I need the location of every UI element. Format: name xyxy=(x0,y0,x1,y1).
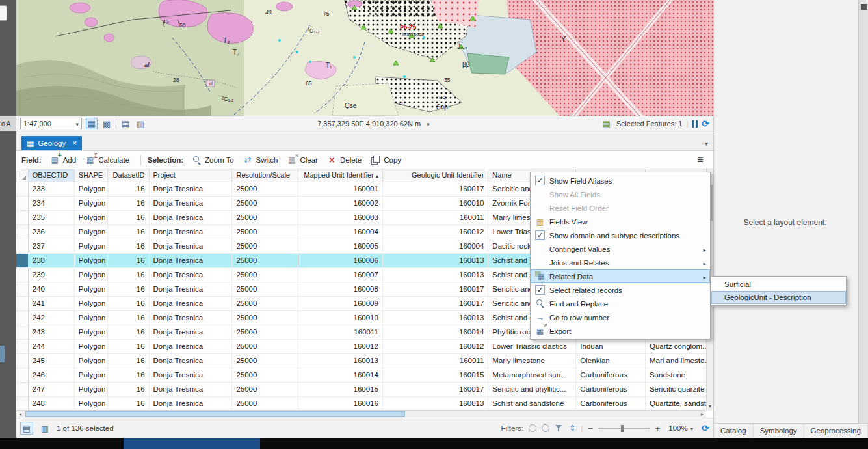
selection-zoom-to-button[interactable]: Zoom To xyxy=(187,154,239,167)
menu-item-contingent-values[interactable]: Contingent Values xyxy=(531,242,710,256)
cell[interactable]: 160012 xyxy=(382,339,488,353)
row-selector[interactable] xyxy=(16,325,28,339)
column-header-project[interactable]: Project xyxy=(149,169,232,182)
cell[interactable]: Donja Tresnica xyxy=(149,182,232,196)
cell[interactable]: Donja Tresnica xyxy=(149,196,232,210)
cell[interactable]: 233 xyxy=(28,182,74,196)
cell[interactable]: 160011 xyxy=(298,325,382,339)
cell[interactable]: Polygon xyxy=(74,368,107,382)
cell[interactable]: Polygon xyxy=(74,282,107,296)
cell[interactable]: 160013 xyxy=(382,396,488,411)
cell[interactable]: 160017 xyxy=(382,282,488,296)
cell[interactable]: 16 xyxy=(107,210,149,224)
row-selector[interactable] xyxy=(16,382,28,396)
cell[interactable]: Sericitic and phyllitic... xyxy=(488,382,576,396)
tab-geology[interactable]: Geology xyxy=(21,136,82,150)
cell[interactable]: Polygon xyxy=(74,396,107,411)
cell[interactable]: 25000 xyxy=(232,296,298,310)
menu-item-show-domain-and-subtype-descriptions[interactable]: Show domain and subtype descriptions xyxy=(531,228,710,242)
menu-item-go-to-row-number[interactable]: Go to row number xyxy=(531,310,710,324)
row-selector[interactable] xyxy=(16,224,28,239)
row-selector[interactable] xyxy=(16,353,28,368)
map-filter-icon[interactable] xyxy=(542,424,549,432)
menu-item-related-data[interactable]: Related Data xyxy=(531,269,710,283)
hscroll-thumb[interactable] xyxy=(25,411,405,417)
snapping-icon[interactable]: ▩ xyxy=(101,118,112,129)
cell[interactable]: 16 xyxy=(107,253,149,267)
grid-icon[interactable]: ▤ xyxy=(120,118,131,129)
cell[interactable]: Donja Tresnica xyxy=(149,296,232,310)
cell[interactable]: 235 xyxy=(28,210,74,224)
cell[interactable]: Donja Tresnica xyxy=(149,239,232,253)
cell[interactable]: 16 xyxy=(107,396,149,411)
row-selector[interactable] xyxy=(16,368,28,382)
selection-switch-button[interactable]: Switch xyxy=(239,154,283,167)
cell[interactable]: Polygon xyxy=(74,310,107,325)
cell[interactable]: Polygon xyxy=(74,253,107,267)
menu-item-show-field-aliases[interactable]: Show Field Aliases xyxy=(531,174,710,187)
cell[interactable]: 160008 xyxy=(298,282,382,296)
cell[interactable]: Polygon xyxy=(74,196,107,210)
cell[interactable]: 16 xyxy=(107,382,149,396)
cell[interactable]: 25000 xyxy=(232,224,298,239)
cell[interactable]: 241 xyxy=(28,296,74,310)
cell[interactable]: Polygon xyxy=(74,239,107,253)
cell[interactable]: Polygon xyxy=(74,296,107,310)
cell[interactable]: Metamorphosed san... xyxy=(488,368,576,382)
cell[interactable]: Induan xyxy=(576,339,646,353)
row-selector[interactable] xyxy=(16,282,28,296)
cell[interactable]: 236 xyxy=(28,224,74,239)
row-selector[interactable] xyxy=(16,310,28,325)
menu-item-joins-and-relates[interactable]: Joins and Relates xyxy=(531,256,710,269)
cell[interactable]: Polygon xyxy=(74,210,107,224)
cell[interactable]: 16 xyxy=(107,339,149,353)
map-view[interactable]: 40.754550T₂T₂af28rf²C₁,₂³C₁,₂T₁65Pb-ZnKr… xyxy=(16,0,713,116)
horizontal-scrollbar[interactable]: ◂ ▸ xyxy=(16,410,706,418)
cell[interactable]: Polygon xyxy=(74,224,107,239)
zoom-slider[interactable] xyxy=(598,428,650,429)
refresh-table-icon[interactable] xyxy=(702,423,709,433)
row-selector[interactable] xyxy=(16,339,28,353)
cell[interactable]: 160003 xyxy=(298,210,382,224)
cell[interactable]: Lower Triassic clastics xyxy=(488,339,576,353)
cell[interactable]: Marl and limesto... xyxy=(645,353,713,368)
cell[interactable]: 160004 xyxy=(298,224,382,239)
column-header-resolution-scale[interactable]: Resolution/Scale xyxy=(232,169,298,182)
cell[interactable]: 25000 xyxy=(232,182,298,196)
field-add-button[interactable]: Add xyxy=(46,154,81,167)
selection-copy-button[interactable]: Copy xyxy=(366,154,406,167)
cell[interactable]: 25000 xyxy=(232,239,298,253)
filter-icon[interactable] xyxy=(555,424,564,433)
cell[interactable]: 25000 xyxy=(232,210,298,224)
cell[interactable]: 25000 xyxy=(232,396,298,411)
cell[interactable]: 248 xyxy=(28,396,74,411)
row-selector[interactable] xyxy=(16,396,28,411)
cell[interactable]: 160012 xyxy=(382,224,488,239)
row-selector[interactable] xyxy=(16,296,28,310)
selection-clear-button[interactable]: Clear xyxy=(282,154,322,167)
refresh-map-icon[interactable] xyxy=(702,118,709,129)
zoom-slider-thumb[interactable] xyxy=(621,425,624,432)
close-icon[interactable] xyxy=(72,139,77,148)
cell[interactable]: 160017 xyxy=(382,382,488,396)
cell[interactable]: 160006 xyxy=(298,253,382,267)
cell[interactable]: Carboniferous xyxy=(576,396,646,411)
column-header-shape[interactable]: SHAPE xyxy=(74,169,107,182)
tabstrip-menu-icon[interactable] xyxy=(705,139,708,148)
cell[interactable]: Donja Tresnica xyxy=(149,253,232,267)
cell[interactable]: 160005 xyxy=(298,239,382,253)
collapsed-pane-icon[interactable] xyxy=(861,4,867,10)
zoom-in-button[interactable]: + xyxy=(655,424,661,433)
cell[interactable]: 160017 xyxy=(382,182,488,196)
column-header-objectid[interactable]: OBJECTID xyxy=(28,169,74,182)
cell[interactable]: 16 xyxy=(107,196,149,210)
cell[interactable]: 25000 xyxy=(232,310,298,325)
row-selector[interactable] xyxy=(16,210,28,224)
field-calculate-button[interactable]: Calculate xyxy=(81,154,134,167)
cell[interactable]: 160013 xyxy=(382,267,488,282)
pause-drawing-icon[interactable] xyxy=(692,120,698,128)
cell[interactable]: 160010 xyxy=(298,310,382,325)
cell[interactable]: 160016 xyxy=(298,396,382,411)
cell[interactable]: 25000 xyxy=(232,353,298,368)
extent-filter-icon[interactable] xyxy=(529,424,536,432)
